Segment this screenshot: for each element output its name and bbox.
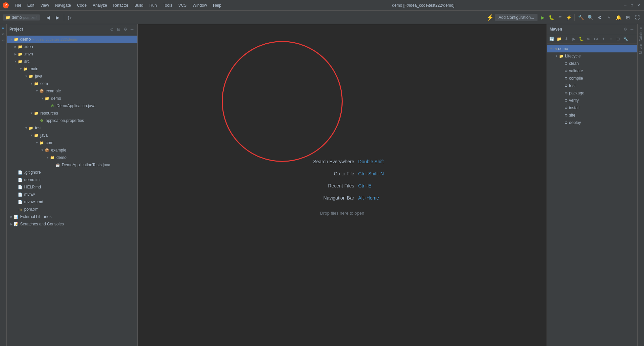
tree-com[interactable]: ▼ 📁 com xyxy=(7,80,137,87)
search-button[interactable]: 🔍 xyxy=(586,13,594,21)
menu-help[interactable]: Help xyxy=(210,2,224,9)
tree-example[interactable]: ▼ 📦 example xyxy=(7,87,137,95)
tree-test-demo[interactable]: ▼ 📁 demo xyxy=(7,154,137,161)
tree-mvn[interactable]: ▶ 📁 .mvn xyxy=(7,50,137,58)
coverage-button[interactable]: ☂ xyxy=(556,14,564,21)
debug-button[interactable]: 🐛 xyxy=(548,14,555,21)
tree-idea[interactable]: ▶ 📁 .idea xyxy=(7,43,137,50)
menu-view[interactable]: View xyxy=(38,2,52,9)
menu-vcs[interactable]: VCS xyxy=(176,2,189,9)
tree-mvnw-cmd[interactable]: 📄 mvnw.cmd xyxy=(7,198,137,206)
tree-resources[interactable]: ▼ 📁 resources xyxy=(7,110,137,117)
tree-root-demo[interactable]: ▼ 📁 demo F:\idea_code\test222\demo xyxy=(7,36,137,43)
maven-compile-item[interactable]: ⚙ compile xyxy=(547,75,637,82)
maven-add-button[interactable]: 📁 xyxy=(556,36,562,42)
maven-settings-btn[interactable]: 🔧 xyxy=(622,36,629,42)
database-strip[interactable]: Database xyxy=(638,26,643,43)
maven-site-item[interactable]: ⚙ site xyxy=(547,112,637,119)
maven-collapse-button[interactable]: ≡ xyxy=(607,36,614,42)
close-button[interactable]: ✕ xyxy=(636,3,641,8)
favorites-strip-icon[interactable]: ☆ xyxy=(1,38,6,43)
maven-expand-button[interactable]: ⊟ xyxy=(615,36,621,42)
minimize-button[interactable]: ─ xyxy=(622,3,628,8)
tree-test-java[interactable]: ▼ 📁 java xyxy=(7,132,137,139)
project-settings-button[interactable]: ⚙ xyxy=(123,27,128,32)
tree-help[interactable]: 📄 HELP.md xyxy=(7,183,137,191)
gitignore-label: .gitignore xyxy=(24,170,41,175)
maven-deploy-item[interactable]: ⚙ deploy xyxy=(547,119,637,126)
tree-test[interactable]: ▼ 📁 test xyxy=(7,124,137,132)
menu-file[interactable]: File xyxy=(12,2,24,9)
tree-demo-folder[interactable]: ▼ 📁 demo xyxy=(7,95,137,102)
project-strip-icon[interactable]: P xyxy=(1,26,6,31)
maximize-button[interactable]: □ xyxy=(629,3,635,8)
pom-label: pom.xml xyxy=(24,207,39,212)
run-anything-button[interactable]: ▷ xyxy=(66,13,74,21)
window-controls: ─ □ ✕ xyxy=(622,3,641,8)
test-folder-icon: 📁 xyxy=(28,125,34,131)
back-button[interactable]: ◀ xyxy=(44,13,52,21)
menu-refactor[interactable]: Refactor xyxy=(111,2,131,9)
notification-button[interactable]: 🔔 xyxy=(614,13,622,21)
maven-remove-button[interactable]: ⬇ xyxy=(563,36,570,42)
menu-analyze[interactable]: Analyze xyxy=(90,2,110,9)
tree-test-example[interactable]: ▼ 📦 example xyxy=(7,146,137,154)
maven-m-button[interactable]: m xyxy=(585,36,592,42)
maven-minimize-button[interactable]: ─ xyxy=(629,27,635,32)
maven-lifecycle-item[interactable]: ▼ 📁 Lifecycle xyxy=(547,52,637,60)
maven-test-item[interactable]: ⚙ test xyxy=(547,82,637,89)
tree-external-libs[interactable]: ▶ 📊 External Libraries xyxy=(7,213,137,220)
tree-demo-application[interactable]: ☘ DemoApplication.java xyxy=(7,102,137,110)
maven-generate-button[interactable]: ✦ xyxy=(600,36,607,42)
locate-file-button[interactable]: ⊙ xyxy=(109,27,115,32)
tree-demo-tests[interactable]: ☕ DemoApplicationTests.java xyxy=(7,161,137,169)
tree-java[interactable]: ▼ 📁 java xyxy=(7,73,137,80)
profile-button[interactable]: ⚡ xyxy=(565,14,572,21)
git-button[interactable]: ⑂ xyxy=(605,13,613,21)
tree-pom[interactable]: m pom.xml xyxy=(7,206,137,213)
maven-settings-button[interactable]: ⚙ xyxy=(622,27,628,32)
maven-validate-item[interactable]: ⚙ validate xyxy=(547,67,637,75)
tree-gitignore[interactable]: 📄 .gitignore xyxy=(7,169,137,176)
run-button[interactable]: ▶ xyxy=(539,14,546,21)
maven-run-button[interactable]: ▶ xyxy=(570,36,577,42)
menu-build[interactable]: Build xyxy=(132,2,146,9)
maven-reload-button[interactable]: 🔄 xyxy=(548,36,555,42)
tree-mvnw[interactable]: 📄 mvnw xyxy=(7,191,137,198)
tree-app-properties[interactable]: ⚙ application.properties xyxy=(7,117,137,124)
spring-indicator-icon: ⚡ xyxy=(486,14,494,21)
menu-navigate[interactable]: Navigate xyxy=(52,2,74,9)
maven-clean-item[interactable]: ⚙ clean xyxy=(547,60,637,67)
build-button[interactable]: 🔨 xyxy=(577,13,585,21)
test-com-toggle: ▼ xyxy=(35,141,39,144)
maven-toolbar: 🔄 📁 ⬇ ▶ 🐛 m ⏭ ✦ ≡ ⊟ 🔧 xyxy=(547,34,637,44)
maven-skip-tests-button[interactable]: ⏭ xyxy=(593,36,599,42)
maven-verify-item[interactable]: ⚙ verify xyxy=(547,97,637,104)
tree-scratches[interactable]: ▶ 📝 Scratches and Consoles xyxy=(7,220,137,228)
tree-test-com[interactable]: ▼ 📁 com xyxy=(7,139,137,146)
maven-run-debug-button[interactable]: 🐛 xyxy=(578,36,585,42)
menu-tools[interactable]: Tools xyxy=(160,2,175,9)
maven-install-item[interactable]: ⚙ install xyxy=(547,104,637,112)
project-tab[interactable]: 📁 demo pom.xml xyxy=(3,14,40,20)
settings-button[interactable]: ⚙ xyxy=(596,13,604,21)
collapse-all-button[interactable]: ⊟ xyxy=(116,27,121,32)
add-configuration-button[interactable]: Add Configuration... xyxy=(495,14,538,21)
maven-demo-item[interactable]: ▼ m demo xyxy=(547,45,637,52)
forward-button[interactable]: ▶ xyxy=(54,13,62,21)
maven-lifecycle-icon: 📁 xyxy=(559,54,564,58)
expand-button[interactable]: ⛶ xyxy=(633,13,641,21)
tree-demo-iml[interactable]: 📄 demo.iml xyxy=(7,176,137,183)
menu-code[interactable]: Code xyxy=(74,2,89,9)
tree-main[interactable]: ▼ 📁 main xyxy=(7,65,137,73)
layout-button[interactable]: ⊞ xyxy=(624,13,632,21)
menu-edit[interactable]: Edit xyxy=(25,2,37,9)
project-minimize-button[interactable]: ─ xyxy=(129,27,135,32)
maven-tree: ▼ m demo ▼ 📁 Lifecycle ⚙ clean ⚙ validat… xyxy=(547,44,637,346)
maven-strip[interactable]: Maven xyxy=(638,43,643,55)
tree-src[interactable]: ▼ 📁 src xyxy=(7,58,137,65)
menu-window[interactable]: Window xyxy=(190,2,210,9)
maven-package-item[interactable]: ⚙ package xyxy=(547,89,637,97)
structure-strip-icon[interactable]: S xyxy=(1,32,6,37)
menu-run[interactable]: Run xyxy=(147,2,160,9)
